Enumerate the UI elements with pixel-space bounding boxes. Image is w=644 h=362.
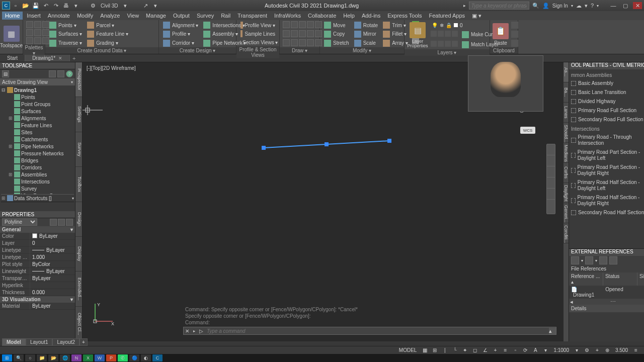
workspace-drop-icon[interactable]: ▾ [121, 2, 130, 10]
nav-pan-icon[interactable] [547, 155, 555, 166]
parcel-button[interactable]: Parcel ▾ [86, 21, 129, 29]
ts-btn-left[interactable]: ▤ [2, 70, 9, 77]
profile-button[interactable]: Profile ▾ [162, 30, 199, 38]
status-trans-icon[interactable]: ▫ [511, 347, 519, 354]
layout2-tab[interactable]: Layout2 [52, 338, 79, 346]
tree-item-catchments[interactable]: Catchments [1, 136, 74, 143]
palette-item-basic-lane-transition[interactable]: Basic Lane Transition [570, 88, 644, 97]
maximize-button[interactable]: ▢ [621, 2, 630, 9]
task-word-icon[interactable]: W [95, 354, 105, 361]
prop-row-thickness[interactable]: Thickness0.000 [0, 289, 75, 296]
ts-help-icon[interactable]: ? [66, 70, 73, 77]
match-props-icon[interactable] [511, 40, 518, 47]
help-search-input[interactable] [469, 2, 529, 10]
modify-panel-title[interactable]: Modify ▾ [320, 47, 404, 54]
layout1-tab[interactable]: Layout1 [26, 338, 53, 346]
profileview-button[interactable]: Profile View ▾ [239, 21, 276, 29]
nav-show-icon[interactable] [547, 189, 555, 200]
tree-item-assemblies[interactable]: ⊞Assemblies [1, 171, 74, 178]
menu-help[interactable]: Help [340, 12, 358, 20]
tree-item-intersections[interactable]: Intersections [1, 178, 74, 185]
prop-row-lineweight[interactable]: LineweightByLayer [0, 268, 75, 275]
new-layout-button[interactable]: + [79, 338, 88, 346]
share-drop-icon[interactable]: ▾ [151, 2, 160, 10]
qat-new-icon[interactable]: ▫ [11, 2, 20, 10]
menu-manage[interactable]: Manage [143, 12, 169, 20]
tree-item-survey[interactable]: Survey [1, 185, 74, 192]
vtab-toolbox[interactable]: Toolbox [75, 167, 82, 202]
app-store-icon[interactable]: ☁ [576, 3, 582, 9]
tree-item-surfaces[interactable]: Surfaces [1, 108, 74, 115]
layer-tool7-icon[interactable] [445, 41, 451, 47]
help-drop-icon[interactable]: ▾ [597, 4, 599, 8]
featureline-button[interactable]: Feature Line ▾ [86, 30, 129, 38]
minimize-button[interactable]: — [609, 2, 618, 9]
qat-redo-icon[interactable]: ↷ [51, 2, 60, 10]
layer-tool4-icon[interactable] [452, 31, 458, 37]
cart-icon[interactable]: ▾ [585, 3, 588, 9]
rotate-button[interactable]: Rotate [353, 21, 379, 29]
layer-tool1-icon[interactable] [431, 31, 437, 37]
cmd-recent-icon[interactable]: ▴ [549, 328, 556, 334]
model-tab[interactable]: Model [2, 338, 26, 346]
menu-modify[interactable]: Modify [74, 12, 96, 20]
navigation-bar[interactable] [546, 144, 555, 214]
tree-root[interactable]: ⊟Drawing1 [1, 86, 74, 94]
prop-category-3d-visualization[interactable]: 3D Visualization▾ [0, 296, 75, 303]
menu-add-ins[interactable]: Add-ins [359, 12, 383, 20]
qat-save-icon[interactable]: 💾 [31, 2, 40, 10]
palette-item-primary-road-part-section-daylight-left[interactable]: Primary Road Part Section - Daylight Lef… [570, 148, 644, 163]
task-cortana-icon[interactable]: ○ [25, 354, 35, 361]
layer-properties-icon[interactable]: ▤ [410, 22, 426, 38]
nav-zoom-icon[interactable] [547, 166, 555, 177]
vtab-object-cl-[interactable]: Object Cl... [75, 307, 82, 341]
ts-btn2[interactable] [57, 70, 64, 77]
tree-item-pressure-networks[interactable]: Pressure Networks [1, 150, 74, 157]
scale-button[interactable]: Scale [353, 39, 379, 47]
layer-tool8-icon[interactable] [452, 41, 458, 47]
palette-item-primary-road-half-section-daylight-left[interactable]: Primary Road Half Section - Daylight Lef… [570, 178, 644, 193]
palette-vtab-ba-[interactable]: Ba... [564, 82, 569, 103]
sectionviews-button[interactable]: Section Views ▾ [239, 38, 276, 46]
task-folder-icon[interactable]: 📂 [48, 354, 58, 361]
status-dyn-icon[interactable]: + [491, 347, 499, 354]
create-design-panel-title[interactable]: Create Design ▾ [159, 47, 236, 54]
props-btn2[interactable] [58, 219, 65, 226]
status-lwt-icon[interactable]: ≡ [501, 347, 509, 354]
doc-tab-start[interactable]: Start [0, 55, 25, 61]
xref-row[interactable]: 📄 Drawing1Opened [569, 286, 644, 299]
menu-annotate[interactable]: Annotate [45, 12, 73, 20]
prop-row-hyperlink[interactable]: Hyperlink [0, 282, 75, 289]
status-snap-icon[interactable]: ⊞ [431, 347, 439, 354]
search-icon[interactable]: 🔍 [532, 3, 539, 9]
status-polar-icon[interactable]: ✦ [461, 347, 469, 354]
points-button[interactable]: Points ▾ [48, 21, 83, 29]
create-ground-panel-title[interactable]: Create Ground Data ▾ [45, 47, 158, 54]
status-track-icon[interactable]: ∠ [481, 347, 489, 354]
stretch-button[interactable]: Stretch [323, 39, 350, 47]
palette-vtab-generi-[interactable]: Generi... [564, 203, 569, 223]
cut-icon[interactable] [511, 22, 518, 29]
xref-tree-icon[interactable] [609, 256, 617, 264]
doc-tab-drawing1[interactable]: Drawing1*✕ [25, 55, 70, 61]
tree-item-pipe-networks[interactable]: ⊞Pipe Networks [1, 143, 74, 150]
vtab-design[interactable]: Design [75, 202, 82, 237]
toolspace-button[interactable]: ▦ Toolspace [0, 20, 23, 54]
draw-tools-grid[interactable] [283, 21, 322, 47]
menu-transparent[interactable]: Transparent [234, 12, 270, 20]
status-scale1[interactable]: 1:1000 [551, 347, 571, 353]
status-scale-drop-icon[interactable]: ▾ [573, 347, 581, 354]
palette-vtab-daylight[interactable]: Daylight [564, 183, 569, 203]
prop-row-material[interactable]: MaterialByLayer [0, 303, 75, 310]
ts-btn1[interactable] [49, 70, 56, 77]
task-search-icon[interactable]: 🔍 [14, 354, 24, 361]
task-civil3d-icon[interactable]: C [152, 354, 163, 361]
tree-item-bridges[interactable]: Bridges [1, 157, 74, 164]
palette-vtab-conditi-[interactable]: Conditi... [564, 223, 569, 243]
prop-category-general[interactable]: General▾ [0, 226, 75, 233]
palette-item-primary-road-through-intersection[interactable]: Primary Road - Through Intersection [570, 133, 644, 148]
props-btn3[interactable] [66, 219, 73, 226]
traverse-button[interactable]: Traverse ▾ [48, 39, 83, 47]
xref-hscroll[interactable]: ◂⋯▸ [569, 299, 644, 305]
status-target-icon[interactable]: ⊕ [603, 347, 611, 354]
